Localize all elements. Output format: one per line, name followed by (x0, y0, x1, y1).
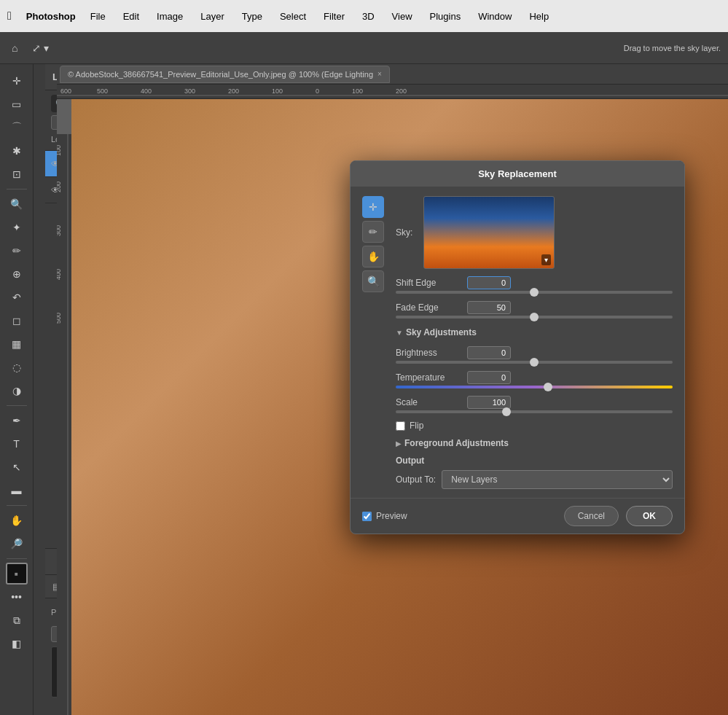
fade-edge-label: Fade Edge (396, 302, 461, 313)
apple-logo-icon[interactable]:  (7, 9, 12, 23)
hand-tool[interactable]: ✋ (6, 509, 28, 531)
menu-3d[interactable]: 3D (359, 9, 377, 23)
move-icon: ⤢ (32, 42, 41, 54)
more-tools[interactable]: ••• (6, 586, 28, 608)
temperature-input[interactable]: 0 (467, 371, 511, 384)
lasso-tool[interactable]: ⌒ (6, 117, 28, 138)
ruler-vertical: 100 200 300 400 500 (57, 134, 71, 715)
temperature-track[interactable] (396, 386, 673, 388)
ruler-v-svg: 100 200 300 400 500 (57, 134, 71, 715)
pen-tool[interactable]: ✒ (6, 410, 28, 431)
foreground-color[interactable]: ■ (6, 563, 28, 585)
ruler-h-svg: 600 500 400 300 200 100 0 100 200 (57, 85, 728, 99)
scale-track[interactable] (396, 410, 673, 413)
menu-layer[interactable]: Layer (197, 9, 227, 23)
preview-checkbox[interactable] (362, 512, 372, 521)
toolbox: ✛ ▭ ⌒ ✱ ⊡ 🔍 ✦ ✏ ⊕ ↶ ◻ ▦ ◌ ◑ ✒ T ↖ ▬ ✋ 🔎 … (0, 64, 34, 715)
ok-button[interactable]: OK (626, 506, 673, 526)
sky-paint-tool[interactable]: ✏ (362, 221, 384, 243)
brush-tool[interactable]: ✏ (6, 240, 28, 262)
blur-tool[interactable]: ◌ (6, 356, 28, 378)
svg-text:100: 100 (272, 87, 283, 95)
fade-edge-thumb[interactable] (530, 313, 539, 321)
svg-text:400: 400 (141, 87, 152, 95)
marquee-tool[interactable]: ▭ (6, 93, 28, 115)
cancel-button[interactable]: Cancel (564, 506, 619, 526)
foreground-adjustments-title: Foreground Adjustments (404, 438, 509, 448)
output-to-select[interactable]: New Layers Duplicate Layer Current Layer (442, 470, 673, 489)
menu-select[interactable]: Select (277, 9, 309, 23)
gradient-tool[interactable]: ▦ (6, 333, 28, 355)
preview-label[interactable]: Preview (376, 511, 407, 521)
menu-filter[interactable]: Filter (321, 9, 348, 23)
svg-text:100: 100 (352, 87, 363, 95)
sky-adjustments-header[interactable]: ▼ Sky Adjustments (396, 326, 673, 339)
menu-help[interactable]: Help (526, 9, 552, 23)
menu-view[interactable]: View (389, 9, 415, 23)
brightness-track[interactable] (396, 361, 673, 364)
svg-text:600: 600 (60, 87, 71, 95)
shift-edge-input[interactable]: 0 (467, 276, 511, 289)
fade-edge-input[interactable]: 50 (467, 301, 511, 314)
shift-edge-label: Shift Edge (396, 278, 461, 288)
fade-edge-track[interactable] (396, 316, 673, 319)
eraser-tool[interactable]: ◻ (6, 310, 28, 332)
zoom-tool[interactable]: 🔎 (6, 533, 28, 555)
svg-rect-16 (57, 134, 71, 715)
brightness-label: Brightness (396, 348, 461, 358)
dialog-main-content: Sky: ▾ Shift Edge 0 (396, 196, 673, 489)
brightness-thumb[interactable] (530, 358, 539, 367)
shift-edge-track[interactable] (396, 291, 673, 294)
tool-divider-2 (7, 405, 27, 406)
brightness-input[interactable]: 0 (467, 346, 511, 359)
menu-image[interactable]: Image (154, 9, 186, 23)
sky-zoom-tool[interactable]: 🔍 (362, 270, 384, 292)
options-bar: ⌂ ⤢ ▾ Drag to move the sky layer. (0, 32, 728, 64)
type-tool[interactable]: T (6, 433, 28, 455)
move-tool[interactable]: ✛ (6, 70, 28, 92)
temperature-bg (396, 386, 673, 388)
menu-type[interactable]: Type (239, 9, 265, 23)
path-select-tool[interactable]: ↖ (6, 456, 28, 478)
output-to-label: Output To: (396, 474, 436, 485)
flip-label[interactable]: Flip (410, 421, 423, 431)
flip-checkbox[interactable] (396, 421, 405, 431)
clone-stamp-tool[interactable]: ⊕ (6, 263, 28, 285)
move-tool-options[interactable]: ⌂ (7, 39, 22, 57)
sky-dropdown-button[interactable]: ▾ (541, 254, 551, 265)
sky-label: Sky: (396, 227, 418, 238)
svg-text:300: 300 (184, 87, 195, 95)
foreground-adjustments-header[interactable]: ▶ Foreground Adjustments (396, 438, 673, 448)
shift-edge-thumb[interactable] (530, 288, 539, 297)
svg-text:200: 200 (57, 181, 62, 192)
tab-close-button[interactable]: × (377, 70, 382, 78)
sky-replacement-dialog[interactable]: Sky Replacement ✛ ✏ ✋ 🔍 Sky: ▾ (350, 160, 685, 534)
sky-hand-tool[interactable]: ✋ (362, 246, 384, 267)
scale-thumb[interactable] (502, 407, 511, 416)
brightness-section: Brightness 0 (396, 346, 673, 364)
dropdown-arrow-icon: ▾ (44, 42, 49, 54)
dodge-tool[interactable]: ◑ (6, 380, 28, 402)
menu-file[interactable]: File (87, 9, 109, 23)
spot-heal-tool[interactable]: ✦ (6, 216, 28, 238)
menu-edit[interactable]: Edit (120, 9, 142, 23)
tab-bar: © AdobeStock_386667541_Preview_Editorial… (57, 64, 728, 85)
scale-input[interactable]: 100 (467, 396, 511, 409)
shape-tool[interactable]: ▬ (6, 480, 28, 501)
shift-edge-bg (396, 291, 673, 294)
extra-tool-2[interactable]: ◧ (6, 633, 28, 655)
sky-move-tool[interactable]: ✛ (362, 196, 384, 218)
svg-text:200: 200 (228, 87, 239, 95)
extra-tool-1[interactable]: ⧉ (6, 609, 28, 631)
history-brush-tool[interactable]: ↶ (6, 286, 28, 308)
magic-wand-tool[interactable]: ✱ (6, 140, 28, 162)
crop-tool[interactable]: ⊡ (6, 163, 28, 185)
menu-window[interactable]: Window (475, 9, 514, 23)
move-mode-btn[interactable]: ⤢ ▾ (28, 39, 53, 57)
menu-plugins[interactable]: Plugins (427, 9, 464, 23)
temperature-thumb[interactable] (544, 383, 552, 391)
eyedropper-tool[interactable]: 🔍 (6, 193, 28, 215)
document-tab[interactable]: © AdobeStock_386667541_Preview_Editorial… (60, 66, 390, 83)
scale-row: Scale 100 (396, 396, 673, 409)
preview-row: Preview (362, 511, 557, 521)
